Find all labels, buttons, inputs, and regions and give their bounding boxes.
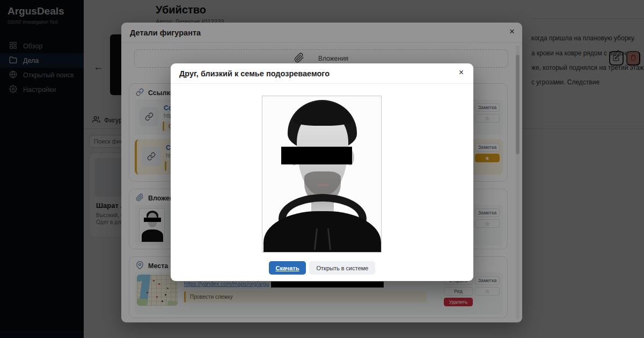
close-icon[interactable]: × <box>459 68 464 77</box>
open-in-system-button[interactable]: Открыть в системе <box>309 261 375 275</box>
photo-preview-modal: Друг, близкий к семье подозреваемого × С… <box>171 63 473 281</box>
photo-art <box>316 184 329 186</box>
censor-bar <box>281 147 352 164</box>
suspect-photo <box>262 96 382 253</box>
photo-modal-actions: Скачать Открыть в системе <box>171 261 473 275</box>
download-button[interactable]: Скачать <box>269 261 306 275</box>
divider <box>171 83 473 84</box>
photo-art <box>264 211 381 253</box>
modal-title: Друг, близкий к семье подозреваемого <box>179 69 330 78</box>
app-root: ArgusDeals OSINT Investigation Tool Обзо… <box>0 0 644 338</box>
